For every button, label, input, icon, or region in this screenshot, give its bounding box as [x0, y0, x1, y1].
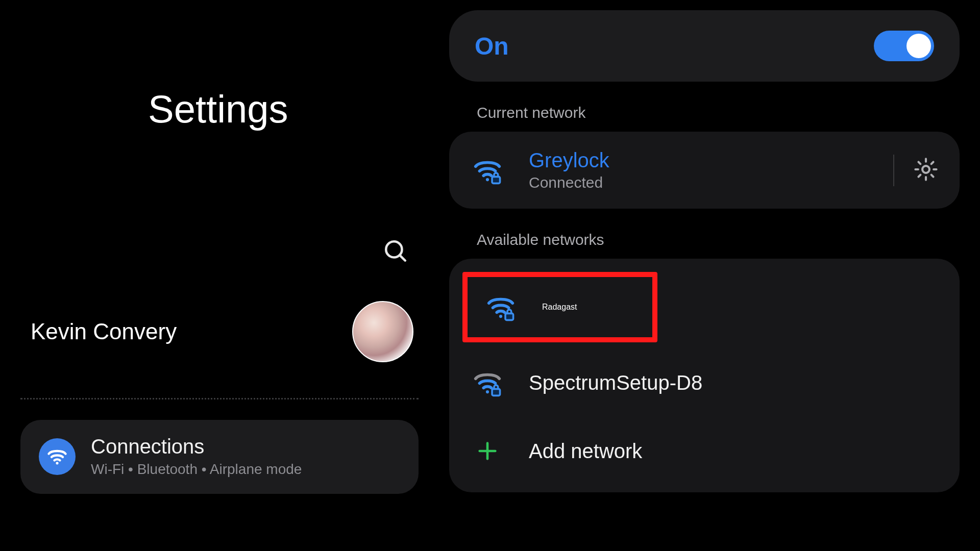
wifi-secure-icon [470, 367, 505, 398]
svg-point-2 [56, 462, 58, 464]
current-network-status: Connected [529, 174, 875, 191]
plus-icon [470, 439, 505, 463]
wifi-toggle[interactable] [874, 31, 934, 61]
sidebar-item-connections[interactable]: Connections Wi-Fi • Bluetooth • Airplane… [20, 420, 419, 494]
divider [20, 398, 419, 399]
page-title: Settings [148, 87, 419, 131]
svg-rect-9 [492, 389, 500, 395]
wifi-secure-icon [470, 155, 505, 186]
network-row-radagast[interactable]: Radagast [462, 272, 657, 342]
add-network-label: Add network [529, 440, 642, 463]
wifi-secure-icon [483, 291, 519, 323]
search-icon [383, 238, 408, 264]
available-networks-card: Radagast SpectrumSetup-D8 [449, 259, 960, 492]
wifi-settings-panel: On Current network Greylock Connected [439, 0, 980, 551]
svg-point-5 [922, 166, 929, 173]
add-network-row[interactable]: Add network [449, 419, 960, 483]
search-button[interactable] [383, 238, 408, 265]
connections-subtitle: Wi-Fi • Bluetooth • Airplane mode [91, 461, 302, 478]
wifi-badge-icon [39, 438, 76, 475]
connections-title: Connections [91, 435, 302, 458]
svg-point-3 [486, 178, 489, 181]
network-settings-button[interactable] [913, 156, 939, 184]
user-account-row[interactable]: Kevin Convery [20, 301, 419, 362]
svg-point-8 [486, 390, 489, 393]
user-name: Kevin Convery [31, 319, 177, 344]
current-network-card[interactable]: Greylock Connected [449, 132, 960, 209]
current-network-label: Current network [477, 104, 960, 121]
settings-sidebar: Settings Kevin Convery [0, 0, 439, 551]
toggle-knob [906, 34, 931, 58]
current-network-name: Greylock [529, 149, 875, 172]
network-row-spectrumsetup[interactable]: SpectrumSetup-D8 [449, 346, 960, 419]
svg-point-6 [499, 315, 502, 318]
wifi-toggle-label: On [475, 32, 509, 60]
divider [893, 155, 894, 186]
wifi-toggle-card: On [449, 10, 960, 82]
svg-rect-7 [505, 313, 513, 320]
svg-rect-4 [492, 177, 500, 183]
avatar[interactable] [352, 301, 413, 362]
gear-icon [913, 156, 939, 183]
available-networks-label: Available networks [477, 231, 960, 248]
svg-line-1 [400, 255, 405, 260]
network-name: SpectrumSetup-D8 [529, 371, 702, 394]
network-name: Radagast [542, 303, 577, 312]
